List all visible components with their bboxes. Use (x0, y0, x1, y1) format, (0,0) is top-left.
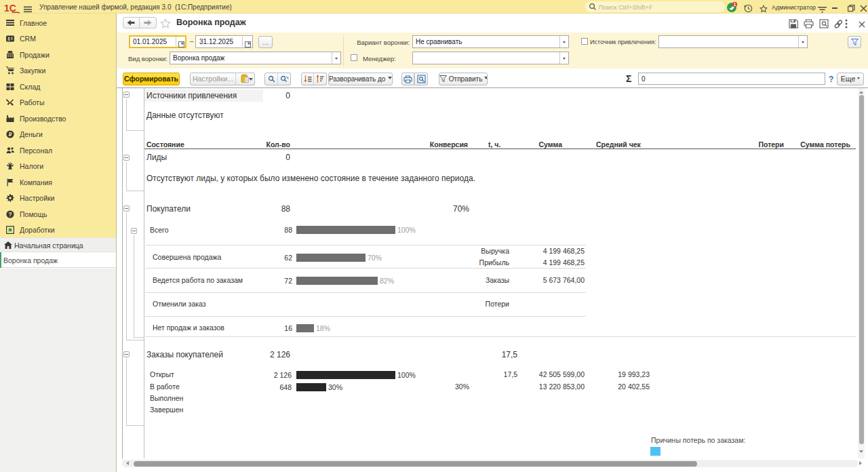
svg-text:?: ? (8, 211, 12, 218)
svg-text:1: 1 (734, 2, 736, 7)
